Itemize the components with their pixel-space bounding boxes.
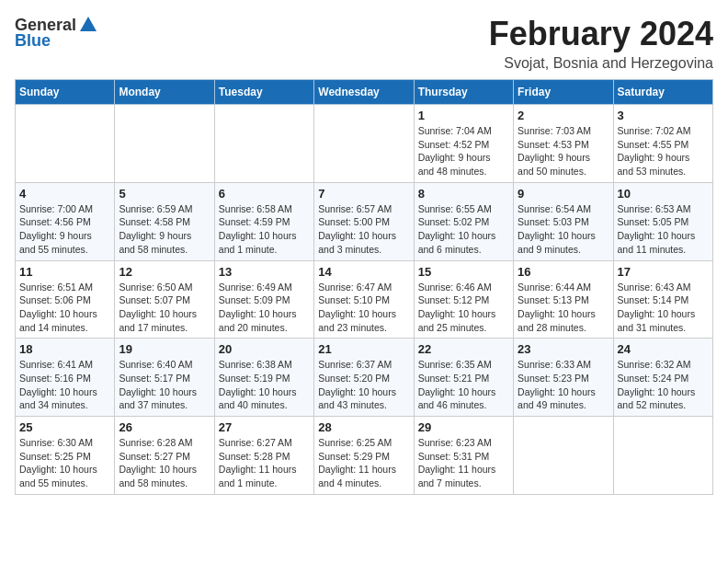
day-number: 4 (19, 187, 110, 201)
day-info: Sunrise: 6:55 AMSunset: 5:02 PMDaylight:… (418, 202, 509, 257)
calendar-cell: 27Sunrise: 6:27 AMSunset: 5:28 PMDayligh… (214, 417, 313, 495)
calendar-cell: 11Sunrise: 6:51 AMSunset: 5:06 PMDayligh… (16, 260, 115, 339)
day-number: 23 (518, 342, 609, 356)
day-info: Sunrise: 7:04 AMSunset: 4:52 PMDaylight:… (418, 124, 509, 178)
day-number: 7 (318, 187, 409, 201)
day-number: 1 (418, 109, 509, 122)
day-info: Sunrise: 6:30 AMSunset: 5:25 PMDaylight:… (19, 436, 110, 490)
calendar-cell: 18Sunrise: 6:41 AMSunset: 5:16 PMDayligh… (16, 339, 115, 417)
day-number: 19 (119, 342, 210, 356)
day-info: Sunrise: 6:28 AMSunset: 5:27 PMDaylight:… (119, 436, 210, 490)
day-info: Sunrise: 6:50 AMSunset: 5:07 PMDaylight:… (119, 281, 210, 335)
calendar-cell: 5Sunrise: 6:59 AMSunset: 4:58 PMDaylight… (115, 182, 214, 260)
day-number: 16 (518, 265, 609, 279)
calendar-cell (214, 105, 313, 183)
calendar-cell: 28Sunrise: 6:25 AMSunset: 5:29 PMDayligh… (314, 417, 414, 495)
day-number: 2 (518, 109, 609, 122)
calendar-cell (514, 417, 613, 495)
weekday-header: Sunday (16, 80, 115, 105)
calendar-cell: 21Sunrise: 6:37 AMSunset: 5:20 PMDayligh… (314, 339, 414, 417)
calendar-cell: 2Sunrise: 7:03 AMSunset: 4:53 PMDaylight… (514, 105, 613, 183)
location-title: Svojat, Bosnia and Herzegovina (489, 55, 713, 72)
calendar-cell: 13Sunrise: 6:49 AMSunset: 5:09 PMDayligh… (214, 260, 313, 339)
day-info: Sunrise: 7:00 AMSunset: 4:56 PMDaylight:… (19, 202, 110, 257)
day-info: Sunrise: 6:37 AMSunset: 5:20 PMDaylight:… (318, 358, 409, 412)
day-info: Sunrise: 6:27 AMSunset: 5:28 PMDaylight:… (219, 436, 310, 490)
day-number: 10 (618, 187, 709, 201)
calendar-cell: 24Sunrise: 6:32 AMSunset: 5:24 PMDayligh… (613, 339, 712, 417)
calendar-cell: 6Sunrise: 6:58 AMSunset: 4:59 PMDaylight… (214, 182, 313, 260)
weekday-header: Wednesday (314, 80, 414, 105)
day-info: Sunrise: 6:41 AMSunset: 5:16 PMDaylight:… (19, 358, 110, 412)
weekday-header: Monday (115, 80, 214, 105)
day-info: Sunrise: 6:53 AMSunset: 5:05 PMDaylight:… (618, 202, 709, 257)
day-number: 22 (418, 342, 509, 356)
day-number: 9 (518, 187, 609, 201)
day-info: Sunrise: 6:44 AMSunset: 5:13 PMDaylight:… (518, 281, 609, 335)
calendar-cell: 12Sunrise: 6:50 AMSunset: 5:07 PMDayligh… (115, 260, 214, 339)
calendar-header: SundayMondayTuesdayWednesdayThursdayFrid… (16, 80, 713, 105)
calendar-cell: 22Sunrise: 6:35 AMSunset: 5:21 PMDayligh… (414, 339, 513, 417)
calendar-cell: 8Sunrise: 6:55 AMSunset: 5:02 PMDaylight… (414, 182, 513, 260)
calendar-cell: 4Sunrise: 7:00 AMSunset: 4:56 PMDaylight… (16, 182, 115, 260)
month-title: February 2024 (489, 15, 713, 53)
day-info: Sunrise: 6:33 AMSunset: 5:23 PMDaylight:… (518, 358, 609, 412)
calendar-cell: 25Sunrise: 6:30 AMSunset: 5:25 PMDayligh… (16, 417, 115, 495)
day-info: Sunrise: 6:23 AMSunset: 5:31 PMDaylight:… (418, 436, 509, 490)
day-number: 11 (19, 265, 110, 279)
calendar-table: SundayMondayTuesdayWednesdayThursdayFrid… (15, 79, 713, 495)
day-number: 14 (318, 265, 409, 279)
calendar-row: 11Sunrise: 6:51 AMSunset: 5:06 PMDayligh… (16, 260, 713, 339)
calendar-cell: 20Sunrise: 6:38 AMSunset: 5:19 PMDayligh… (214, 339, 313, 417)
day-info: Sunrise: 6:51 AMSunset: 5:06 PMDaylight:… (19, 281, 110, 335)
day-info: Sunrise: 6:54 AMSunset: 5:03 PMDaylight:… (518, 202, 609, 257)
day-number: 28 (318, 420, 409, 434)
calendar-cell: 17Sunrise: 6:43 AMSunset: 5:14 PMDayligh… (613, 260, 712, 339)
day-number: 15 (418, 265, 509, 279)
day-number: 18 (19, 342, 110, 356)
day-number: 26 (119, 420, 210, 434)
day-number: 5 (119, 187, 210, 201)
title-area: February 2024 Svojat, Bosnia and Herzego… (489, 15, 713, 72)
day-info: Sunrise: 6:57 AMSunset: 5:00 PMDaylight:… (318, 202, 409, 257)
calendar-cell (314, 105, 414, 183)
page-header: General Blue February 2024 Svojat, Bosni… (15, 15, 713, 72)
day-number: 6 (219, 187, 310, 201)
day-number: 20 (219, 342, 310, 356)
day-info: Sunrise: 6:49 AMSunset: 5:09 PMDaylight:… (219, 281, 310, 335)
calendar-body: 1Sunrise: 7:04 AMSunset: 4:52 PMDaylight… (16, 105, 713, 495)
day-number: 12 (119, 265, 210, 279)
day-info: Sunrise: 6:38 AMSunset: 5:19 PMDaylight:… (219, 358, 310, 412)
calendar-cell: 29Sunrise: 6:23 AMSunset: 5:31 PMDayligh… (414, 417, 513, 495)
day-info: Sunrise: 7:02 AMSunset: 4:55 PMDaylight:… (618, 124, 709, 178)
calendar-cell: 3Sunrise: 7:02 AMSunset: 4:55 PMDaylight… (613, 105, 712, 183)
day-info: Sunrise: 6:46 AMSunset: 5:12 PMDaylight:… (418, 281, 509, 335)
day-number: 13 (219, 265, 310, 279)
day-info: Sunrise: 6:47 AMSunset: 5:10 PMDaylight:… (318, 281, 409, 335)
calendar-cell: 10Sunrise: 6:53 AMSunset: 5:05 PMDayligh… (613, 182, 712, 260)
day-info: Sunrise: 6:58 AMSunset: 4:59 PMDaylight:… (219, 202, 310, 257)
day-number: 21 (318, 342, 409, 356)
calendar-row: 25Sunrise: 6:30 AMSunset: 5:25 PMDayligh… (16, 417, 713, 495)
calendar-cell (16, 105, 115, 183)
day-info: Sunrise: 6:25 AMSunset: 5:29 PMDaylight:… (318, 436, 409, 490)
day-info: Sunrise: 6:59 AMSunset: 4:58 PMDaylight:… (119, 202, 210, 257)
day-number: 25 (19, 420, 110, 434)
logo-blue: Blue (15, 31, 51, 51)
calendar-cell: 9Sunrise: 6:54 AMSunset: 5:03 PMDaylight… (514, 182, 613, 260)
calendar-row: 1Sunrise: 7:04 AMSunset: 4:52 PMDaylight… (16, 105, 713, 183)
calendar-cell: 19Sunrise: 6:40 AMSunset: 5:17 PMDayligh… (115, 339, 214, 417)
calendar-cell (115, 105, 214, 183)
day-number: 24 (618, 342, 709, 356)
calendar-cell (613, 417, 712, 495)
day-number: 3 (618, 109, 709, 122)
calendar-cell: 14Sunrise: 6:47 AMSunset: 5:10 PMDayligh… (314, 260, 414, 339)
weekday-header: Thursday (414, 80, 513, 105)
svg-marker-0 (80, 17, 97, 31)
day-info: Sunrise: 6:35 AMSunset: 5:21 PMDaylight:… (418, 358, 509, 412)
day-info: Sunrise: 6:43 AMSunset: 5:14 PMDaylight:… (618, 281, 709, 335)
weekday-header: Friday (514, 80, 613, 105)
calendar-cell: 26Sunrise: 6:28 AMSunset: 5:27 PMDayligh… (115, 417, 214, 495)
day-number: 27 (219, 420, 310, 434)
weekday-header: Tuesday (214, 80, 313, 105)
